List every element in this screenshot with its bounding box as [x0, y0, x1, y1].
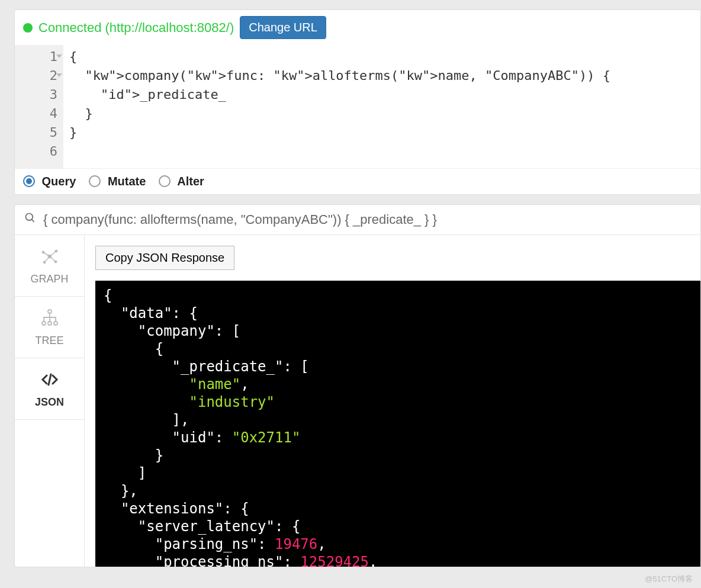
query-search-row: { company(func: allofterms(name, "Compan… — [15, 205, 700, 235]
watermark-text: @51CTO博客 — [645, 574, 693, 584]
change-url-button[interactable]: Change URL — [240, 16, 326, 39]
mode-option-query[interactable]: Query — [23, 175, 76, 188]
svg-point-14 — [54, 322, 57, 325]
svg-line-15 — [49, 374, 51, 385]
result-side-tabs: GRAPH TREE — [15, 235, 85, 567]
result-body: GRAPH TREE — [15, 235, 700, 567]
editor-gutter: 1 2 3 4 5 6 — [15, 45, 63, 168]
result-main: Copy JSON Response { "data": { "company"… — [85, 235, 700, 567]
svg-point-13 — [48, 322, 52, 325]
radio-icon — [159, 175, 171, 187]
mode-option-mutate[interactable]: Mutate — [89, 175, 146, 188]
tree-icon — [40, 308, 60, 331]
svg-line-7 — [43, 252, 50, 256]
code-icon — [40, 369, 60, 393]
result-panel: { company(func: allofterms(name, "Compan… — [14, 204, 701, 567]
search-icon — [24, 212, 36, 227]
svg-line-9 — [44, 256, 50, 262]
connection-status-text: Connected (http://localhost:8082/) — [38, 20, 234, 36]
graph-icon — [40, 246, 60, 269]
radio-icon — [23, 175, 35, 187]
editor-code[interactable]: { "kw">company("kw">func: "kw">allofterm… — [63, 45, 610, 168]
query-editor[interactable]: 1 2 3 4 5 6 { "kw">company("kw">func: "k… — [15, 45, 700, 168]
json-response-view[interactable]: { "data": { "company": [ { "_predicate_"… — [95, 281, 700, 567]
svg-line-8 — [50, 251, 56, 256]
copy-json-button[interactable]: Copy JSON Response — [95, 246, 234, 270]
svg-point-12 — [42, 322, 46, 325]
connection-row: Connected (http://localhost:8082/) Chang… — [15, 10, 700, 45]
tab-graph[interactable]: GRAPH — [15, 235, 84, 297]
radio-icon — [89, 175, 101, 187]
svg-line-1 — [32, 220, 34, 222]
mode-option-alter[interactable]: Alter — [159, 175, 204, 188]
query-search-text[interactable]: { company(func: allofterms(name, "Compan… — [43, 212, 437, 227]
svg-point-0 — [26, 214, 33, 221]
tab-tree[interactable]: TREE — [15, 297, 84, 358]
svg-point-11 — [48, 310, 52, 313]
svg-line-10 — [50, 256, 56, 262]
query-panel: Connected (http://localhost:8082/) Chang… — [14, 9, 701, 195]
mode-selector: Query Mutate Alter — [15, 168, 700, 194]
tab-json[interactable]: JSON — [15, 358, 84, 420]
connection-status-dot — [23, 23, 33, 33]
